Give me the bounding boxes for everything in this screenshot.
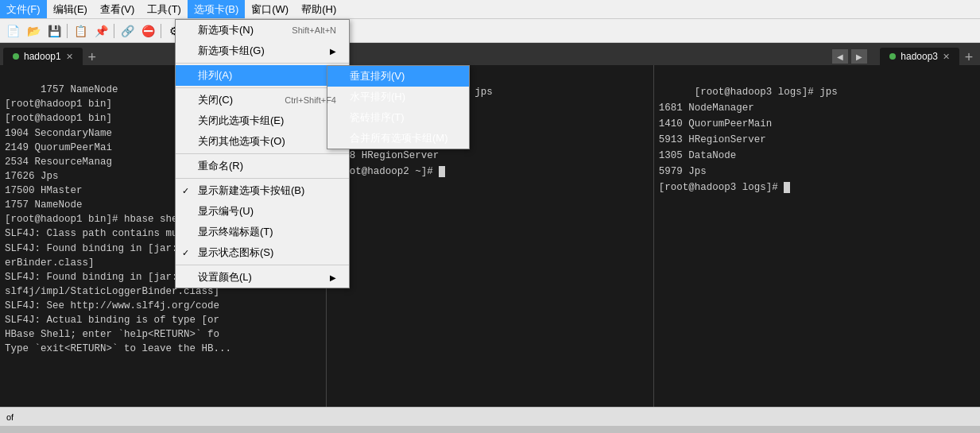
menu-view[interactable]: 查看(V) (94, 0, 141, 18)
status-bar: of (0, 407, 980, 426)
tab-close-hadoop1[interactable]: ✕ (66, 52, 73, 62)
sep2 (176, 87, 349, 88)
menu-tabs[interactable]: 选项卡(B) (188, 0, 245, 18)
menu-help[interactable]: 帮助(H) (295, 0, 343, 18)
toolbar-connect[interactable]: 🔗 (118, 22, 137, 40)
toolbar-open[interactable]: 📂 (24, 22, 43, 40)
menu-bar: 文件(F) 编辑(E) 查看(V) 工具(T) 选项卡(B) 窗口(W) 帮助(… (0, 0, 980, 19)
menu-set-color[interactable]: 设置颜色(L) ▶ (176, 267, 349, 288)
tabs-dropdown: 新选项卡(N) Shift+Alt+N 新选项卡组(G) ▶ 排列(A) ▶ 垂… (175, 19, 350, 288)
menu-close-tab-group[interactable]: 关闭此选项卡组(E) (176, 110, 349, 131)
nav-next[interactable]: ▶ (851, 49, 867, 64)
tab-label-hadoop1: hadoop1 (24, 51, 61, 62)
toolbar-sep3 (161, 24, 161, 38)
tab-label-hadoop3: hadoop3 (901, 51, 938, 62)
tab-add-right[interactable]: + (961, 49, 977, 65)
terminal-right[interactable]: [root@hadoop3 logs]# jps 1681 NodeManage… (654, 65, 980, 407)
toolbar-new-tab[interactable]: 📄 (3, 22, 22, 40)
toolbar-save[interactable]: 💾 (45, 22, 64, 40)
tab-close-hadoop3[interactable]: ✕ (943, 52, 950, 62)
menu-show-new-tab-btn[interactable]: 显示新建选项卡按钮(B) (176, 180, 349, 201)
sep4 (176, 178, 349, 179)
toolbar-sep2 (114, 24, 114, 38)
toolbar-copy[interactable]: 📋 (71, 22, 90, 40)
toolbar-disconnect[interactable]: ⛔ (138, 22, 157, 40)
menu-show-number[interactable]: 显示编号(U) (176, 201, 349, 222)
toolbar-sep1 (67, 24, 68, 38)
menu-window[interactable]: 窗口(W) (245, 0, 295, 18)
menu-tools[interactable]: 工具(T) (141, 0, 188, 18)
tab-dot-hadoop1 (13, 53, 19, 60)
sep5 (176, 265, 349, 265)
menu-file[interactable]: 文件(F) (0, 0, 47, 18)
menu-new-tab[interactable]: 新选项卡(N) Shift+Alt+N (176, 20, 349, 41)
menu-edit[interactable]: 编辑(E) (47, 0, 94, 18)
arrange-vertical[interactable]: 垂直排列(V) (327, 66, 469, 87)
sep3 (176, 153, 349, 154)
toolbar: 📄 📂 💾 📋 📌 🔗 ⛔ ⚙ ❓ 💬 (0, 19, 980, 43)
tab-hadoop3[interactable]: hadoop3 ✕ (880, 48, 959, 65)
menu-close-tab[interactable]: 关闭(C) Ctrl+Shift+F4 (176, 90, 349, 110)
menu-close-other-tabs[interactable]: 关闭其他选项卡(O) (176, 131, 349, 152)
menu-arrange[interactable]: 排列(A) ▶ 垂直排列(V) 水平排列(H) 瓷砖排序(T) 合并所有选项卡组… (176, 65, 349, 86)
terminal-right-content: [root@hadoop3 logs]# jps 1681 NodeManage… (659, 87, 838, 193)
toolbar-paste[interactable]: 📌 (91, 22, 110, 40)
tab-hadoop1[interactable]: hadoop1 ✕ (3, 48, 83, 65)
menu-show-status-icon[interactable]: 显示状态图标(S) (176, 242, 349, 263)
nav-prev[interactable]: ◀ (832, 49, 848, 64)
status-text: of (6, 412, 14, 422)
menu-rename[interactable]: 重命名(R) (176, 156, 349, 176)
tab-add-button[interactable]: + (84, 49, 100, 65)
menu-new-tab-group[interactable]: 新选项卡组(G) ▶ (176, 41, 349, 61)
sep1 (176, 63, 349, 64)
tab-dot-hadoop3 (889, 53, 896, 60)
menu-show-title[interactable]: 显示终端标题(T) (176, 222, 349, 242)
